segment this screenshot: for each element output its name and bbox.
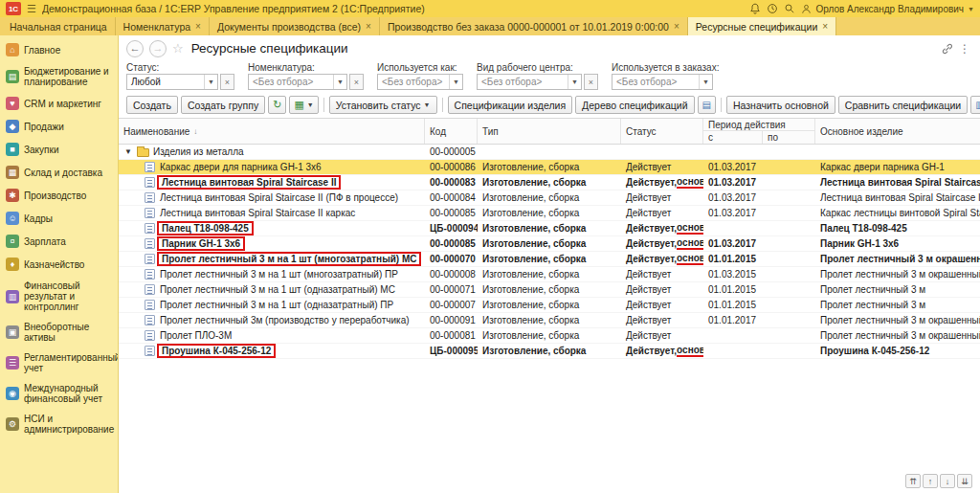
link-icon[interactable]	[942, 43, 953, 55]
filter-value: <Без отбора>	[612, 77, 699, 87]
sidebar-item[interactable]: ⌂Главное	[0, 38, 118, 61]
chevron-down-icon[interactable]: ▼	[204, 75, 217, 89]
group-name: Изделия из металла	[153, 146, 244, 157]
filter-combo[interactable]: Любой▼	[126, 74, 218, 90]
column-label: Тип	[482, 126, 499, 137]
copy-button[interactable]: ▦▼	[289, 96, 318, 114]
filter-combo[interactable]: <Без отбора>▼	[377, 74, 463, 90]
chevron-down-icon[interactable]: ▼	[568, 75, 581, 89]
expand-caret-icon[interactable]: ▼	[124, 147, 133, 156]
clear-filter-icon[interactable]: ×	[220, 74, 234, 90]
history-icon[interactable]	[767, 3, 778, 14]
clear-filter-icon[interactable]: ×	[584, 74, 598, 90]
spec-tree-button[interactable]: Дерево спецификаций	[575, 96, 694, 114]
tab-close-icon[interactable]: ×	[195, 22, 201, 32]
sidebar-item[interactable]: ▥Финансовый результат и контроллинг	[0, 276, 118, 317]
tab[interactable]: Документы производства (все)×	[210, 17, 380, 35]
table-row[interactable]: Палец Т18-098-425ЦБ-000094Изготовление, …	[119, 221, 980, 236]
sidebar-item[interactable]: ◉Международный финансовый учет	[0, 378, 118, 409]
table-row[interactable]: Пролет ПЛО-3М00-000081Изготовление, сбор…	[119, 328, 980, 344]
sidebar-item[interactable]: ▦Склад и доставка	[0, 161, 118, 184]
tab[interactable]: Номенклатура×	[116, 17, 210, 35]
sidebar-item[interactable]: ▣Внеоборотные активы	[0, 317, 118, 347]
scroll-top-button[interactable]: ⇈	[905, 474, 921, 488]
sidebar-item[interactable]: ☰Регламентированный учет	[0, 347, 118, 378]
spec-icon	[145, 346, 155, 356]
search-icon[interactable]	[784, 3, 795, 14]
filter-combo[interactable]: <Без отбора>▼	[612, 74, 713, 90]
create-group-button[interactable]: Создать группу	[181, 96, 265, 114]
table-row[interactable]: Пролет лестничный 3 м на 1 шт (многозатр…	[119, 267, 980, 282]
tab-close-icon[interactable]: ×	[674, 22, 679, 32]
table-row[interactable]: Пролет лестничный 3 м на 1 шт (одназатра…	[119, 298, 980, 313]
sidebar-item[interactable]: ⚙НСИ и администрирование	[0, 409, 118, 439]
main-menu-icon[interactable]: ☰	[27, 4, 36, 14]
sidebar-item-label: Казначейство	[24, 259, 84, 270]
user-menu[interactable]: Орлов Александр Владимирович ▼	[801, 4, 974, 14]
tab[interactable]: Производство без заказа 0000-000001 от 1…	[380, 17, 688, 35]
column-header-from[interactable]: с	[703, 131, 763, 144]
report-button[interactable]: ▤	[698, 96, 716, 114]
sidebar-item[interactable]: ☺Кадры	[0, 207, 118, 230]
chevron-down-icon[interactable]: ▼	[333, 75, 346, 89]
column-header-period[interactable]: Период действия	[703, 119, 815, 131]
cell-name: Лестница винтовая Spiral Staircase II ка…	[119, 206, 425, 220]
more-icon[interactable]: ⋮	[959, 42, 970, 56]
table-row[interactable]: Пролет лестничный 3 м на 1 шт (многозатр…	[119, 252, 980, 267]
column-header-main[interactable]: Основное изделие	[815, 119, 980, 144]
column-header-type[interactable]: Тип	[478, 119, 621, 144]
filter-value: Любой	[127, 77, 204, 87]
cell-main: Пролет лестничный 3 м	[815, 282, 980, 297]
compare-button[interactable]: Сравнить спецификации	[838, 96, 968, 114]
filter-combo[interactable]: <Без отбора>▼	[477, 74, 582, 90]
scroll-up-button[interactable]: ↑	[923, 474, 938, 488]
sidebar-item[interactable]: ¤Зарплата	[0, 230, 118, 253]
item-specs-label: Спецификации изделия	[455, 100, 567, 111]
tab[interactable]: Ресурсные спецификации×	[688, 17, 836, 35]
table-row[interactable]: Лестница винтовая Spiral Staircase II00-…	[119, 175, 980, 190]
table-row[interactable]: Пролет лестничный 3м (производство у пер…	[119, 313, 980, 328]
refresh-button[interactable]: ↻	[268, 96, 286, 114]
cell-from: 01.03.2017	[703, 190, 763, 205]
create-button[interactable]: Создать	[126, 96, 178, 114]
tab-close-icon[interactable]: ×	[822, 22, 828, 32]
table-row[interactable]: Лестница винтовая Spiral Staircase II ка…	[119, 206, 980, 221]
forward-button[interactable]: →	[149, 40, 167, 57]
table-row[interactable]: Лестница винтовая Spiral Staircase II (П…	[119, 190, 980, 206]
sidebar-item[interactable]: ◆Продажи	[0, 115, 118, 138]
column-header-name[interactable]: Наименование ↓	[119, 119, 425, 144]
sidebar-item[interactable]: ■Закупки	[0, 138, 118, 161]
tab[interactable]: Начальная страница	[2, 17, 116, 35]
favorite-star-icon[interactable]: ☆	[172, 41, 184, 56]
column-header-status[interactable]: Статус	[621, 119, 703, 144]
column-header-code[interactable]: Код	[425, 119, 478, 144]
sidebar-item[interactable]: ✱Производство	[0, 184, 118, 207]
row-name: Парник GH-1 3х6	[157, 236, 245, 251]
chevron-down-icon[interactable]: ▼	[699, 75, 712, 89]
clear-filter-icon[interactable]: ×	[349, 74, 364, 90]
cell-code: 00-000084	[425, 190, 478, 205]
set-status-button[interactable]: Установить статус▼	[329, 96, 437, 114]
table-row[interactable]: Каркас двери для парника GH-1 3х600-0000…	[119, 160, 980, 175]
print-button[interactable]: ▥▼	[970, 96, 980, 114]
column-header-to[interactable]: по	[763, 131, 815, 144]
scroll-down-button[interactable]: ↓	[940, 474, 955, 488]
back-button[interactable]: ←	[126, 40, 144, 57]
table-row[interactable]: Пролет лестничный 3 м на 1 шт (одназатра…	[119, 282, 980, 298]
scroll-bottom-button[interactable]: ⇊	[957, 474, 972, 488]
sidebar-item[interactable]: ♥CRM и маркетинг	[0, 92, 118, 115]
table-group-row[interactable]: ▼Изделия из металла00-000005	[119, 145, 980, 160]
chevron-down-icon[interactable]: ▼	[449, 75, 462, 89]
cell-main: Парник GH-1 3х6	[815, 236, 980, 251]
item-specs-button[interactable]: Спецификации изделия	[448, 96, 573, 114]
table-row[interactable]: Парник GH-1 3х600-000085Изготовление, сб…	[119, 236, 980, 252]
assign-main-button[interactable]: Назначить основной	[726, 96, 835, 114]
sidebar-item[interactable]: ▤Бюджетирование и планирование	[0, 61, 118, 92]
sidebar-item[interactable]: ♦Казначейство	[0, 253, 118, 276]
table-row[interactable]: Проушина К-045-256-12ЦБ-000095Изготовлен…	[119, 344, 980, 359]
cell-main: Пролет лестничный 3 м окрашенный	[815, 313, 980, 327]
notifications-bell-icon[interactable]	[749, 3, 761, 14]
filter-combo[interactable]: <Без отбора>▼	[248, 74, 347, 90]
filter-control: <Без отбора>▼	[377, 74, 463, 90]
tab-close-icon[interactable]: ×	[366, 22, 371, 32]
